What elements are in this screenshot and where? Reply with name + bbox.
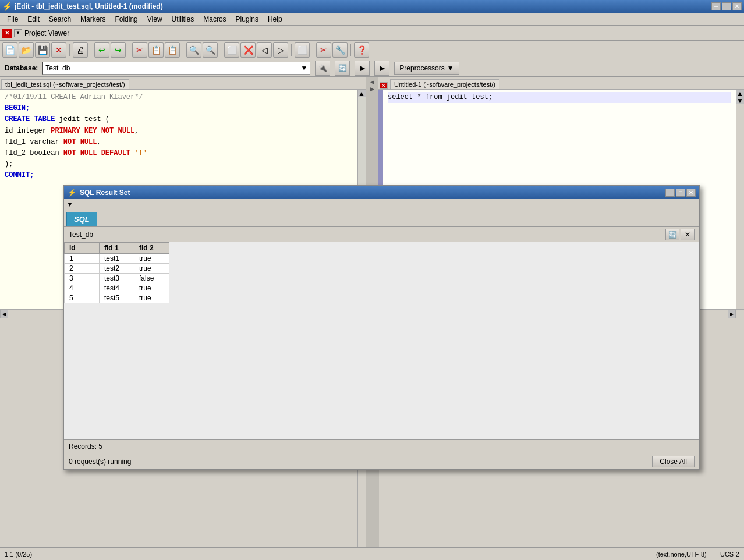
left-tab-label: tbl_jedit_test.sql (~software_projects/t… — [5, 81, 125, 88]
menu-macros[interactable]: Macros — [199, 14, 231, 24]
dialog-close-button[interactable]: ✕ — [686, 189, 696, 197]
print-button[interactable]: 🖨 — [73, 42, 88, 58]
menu-bar: File Edit Search Markers Folding View Ut… — [0, 13, 744, 26]
menu-file[interactable]: File — [2, 14, 23, 24]
sep-7 — [313, 44, 313, 56]
cell-fld1: test2 — [100, 264, 134, 274]
minimize-button[interactable]: ─ — [711, 2, 721, 10]
bottom-right-scroll[interactable] — [736, 318, 744, 560]
search-button[interactable]: 🔍 — [186, 42, 201, 58]
table-row[interactable]: 5 test5 true — [65, 293, 169, 303]
cut-button[interactable]: ✂ — [132, 42, 147, 58]
database-bar: Database: Test_db ▼ 🔌 🔄 ▶ ▶ Preprocessor… — [0, 59, 744, 77]
undo-button[interactable]: ↩ — [94, 42, 109, 58]
result-table-area: id fld 1 fld 2 1 test1 true 2 test2 true — [64, 242, 699, 439]
scroll-up-arrow[interactable]: ▲ — [358, 90, 366, 97]
close-result-button[interactable]: ✕ — [681, 229, 695, 240]
right-scroll-up[interactable]: ▲ — [736, 90, 744, 97]
table-row[interactable]: 4 test4 true — [65, 283, 169, 293]
menu-search[interactable]: Search — [44, 14, 76, 24]
open-button[interactable]: 📂 — [19, 42, 34, 58]
sql-tab[interactable]: SQL — [66, 212, 97, 226]
menu-markers[interactable]: Markers — [76, 14, 110, 24]
divider-right-arrow[interactable]: ▶ — [370, 86, 374, 92]
cell-id: 4 — [65, 283, 100, 293]
menu-edit[interactable]: Edit — [23, 14, 44, 24]
right-scroll-right[interactable]: ▶ — [728, 310, 736, 318]
paste-button[interactable]: 📋 — [165, 42, 180, 58]
dialog-records-bar: Records: 5 — [64, 439, 699, 453]
dialog-maximize-button[interactable]: □ — [676, 189, 685, 197]
col-header-id[interactable]: id — [65, 243, 100, 254]
code-line-create: CREATE TABLE jedit_test ( — [5, 114, 353, 125]
sql-content: select * from jedit_test; — [388, 93, 493, 101]
title-bar: ⚡ jEdit - tbl_jedit_test.sql, Untitled-1… — [0, 0, 744, 13]
save-button[interactable]: 💾 — [35, 42, 50, 58]
next-button[interactable]: ▷ — [273, 42, 288, 58]
right-tab-close-icon[interactable]: ✕ — [380, 82, 388, 89]
dialog-title: SQL Result Set — [80, 189, 130, 197]
menu-view[interactable]: View — [143, 14, 167, 24]
db-connect-button[interactable]: 🔌 — [315, 61, 330, 76]
project-viewer-label: Project Viewer — [24, 29, 69, 37]
col-header-fld2[interactable]: fld 2 — [134, 243, 169, 254]
prev-button[interactable]: ◁ — [257, 42, 272, 58]
help-button[interactable]: ❓ — [354, 42, 369, 58]
sql-result-dialog: ⚡ SQL Result Set ─ □ ✕ ▼ SQL Test_db 🔄 ✕ — [63, 185, 700, 470]
project-close-icon[interactable]: ✕ — [2, 29, 12, 38]
table-row[interactable]: 3 test3 false — [65, 274, 169, 283]
code-line-begin: BEGIN; — [5, 103, 353, 114]
menu-plugins[interactable]: Plugins — [231, 14, 263, 24]
database-label: Database: — [5, 64, 38, 72]
redo-button[interactable]: ↪ — [111, 42, 126, 58]
code-line-fld2: fld_2 boolean NOT NULL DEFAULT 'f' — [5, 148, 353, 159]
divider-left-arrow[interactable]: ◀ — [370, 79, 374, 85]
left-editor-tab[interactable]: tbl_jedit_test.sql (~software_projects/t… — [1, 79, 129, 89]
expand-button[interactable]: ⬜ — [224, 42, 239, 58]
new-file-button[interactable]: 📄 — [2, 42, 17, 58]
dialog-tab-bar: SQL — [64, 210, 699, 227]
right-scroll-down[interactable]: ▼ — [736, 97, 744, 104]
col-header-fld1[interactable]: fld 1 — [100, 243, 134, 254]
dialog-icon: ⚡ — [68, 189, 76, 197]
copy-button[interactable]: 📋 — [148, 42, 164, 58]
right-editor-tab[interactable]: Untitled-1 (~software_projects/test/) — [390, 79, 499, 89]
fullscreen-button[interactable]: ⬜ — [295, 42, 310, 58]
table-row[interactable]: 2 test2 true — [65, 264, 169, 274]
database-select[interactable]: Test_db ▼ — [42, 62, 310, 75]
cell-id: 3 — [65, 274, 100, 283]
maximize-button[interactable]: □ — [722, 2, 731, 10]
close-file-button[interactable]: ✕ — [51, 42, 66, 58]
dialog-minimize-button[interactable]: ─ — [665, 189, 675, 197]
cell-fld1: test3 — [100, 274, 134, 283]
cell-fld1: test1 — [100, 254, 134, 264]
menu-folding[interactable]: Folding — [110, 14, 142, 24]
dialog-bottom-bar: 0 request(s) running Close All — [64, 453, 699, 469]
cell-fld1: test5 — [100, 293, 134, 303]
db-refresh-button[interactable]: 🔄 — [335, 61, 350, 76]
plugin-button[interactable]: 🔧 — [332, 42, 348, 58]
project-dropdown-icon[interactable]: ▼ — [14, 29, 22, 37]
database-selected-value: Test_db — [45, 64, 70, 72]
preprocessors-button[interactable]: Preprocessors ▼ — [394, 62, 459, 75]
db-run-button[interactable]: ▶ — [355, 61, 370, 76]
table-row[interactable]: 1 test1 true — [65, 254, 169, 264]
sep-4 — [183, 44, 183, 56]
replace-button[interactable]: 🔍 — [203, 42, 218, 58]
requests-status: 0 request(s) running — [69, 458, 131, 466]
close-button[interactable]: ✕ — [732, 2, 742, 10]
refresh-result-button[interactable]: 🔄 — [665, 229, 679, 240]
tools-button[interactable]: ✂ — [316, 42, 331, 58]
right-vert-scroll[interactable]: ▲ ▼ — [736, 90, 744, 309]
cell-id: 2 — [65, 264, 100, 274]
code-line-comment: /*01/19/11 CREATE Adrian Klaver*/ — [5, 92, 353, 103]
scroll-left-arrow[interactable]: ◀ — [0, 310, 8, 318]
menu-utilities[interactable]: Utilities — [167, 14, 199, 24]
collapse-button[interactable]: ❌ — [240, 42, 256, 58]
close-all-button[interactable]: Close All — [652, 456, 695, 467]
menu-help[interactable]: Help — [263, 14, 287, 24]
cell-fld2: true — [134, 293, 169, 303]
db-execute-button[interactable]: ▶ — [374, 61, 389, 76]
code-line-select: select * from jedit_test; — [388, 92, 731, 103]
code-line-paren: ); — [5, 159, 353, 170]
